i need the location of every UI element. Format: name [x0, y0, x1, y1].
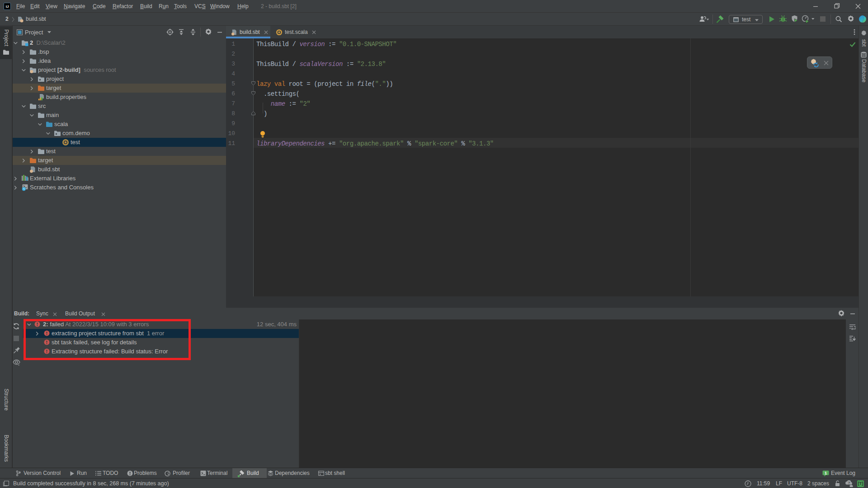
- svg-text:?: ?: [848, 481, 850, 485]
- svg-text:1: 1: [825, 471, 827, 475]
